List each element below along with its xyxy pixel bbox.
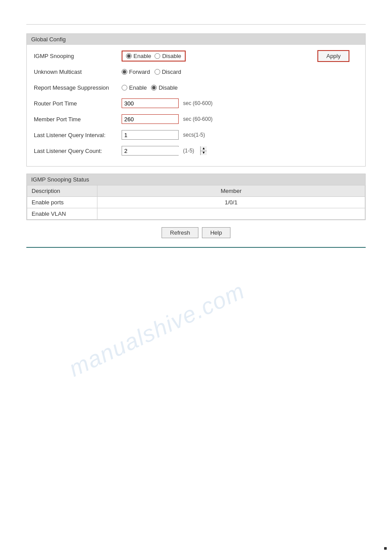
igmp-enable-label[interactable]: Enable bbox=[126, 53, 151, 59]
help-button[interactable]: Help bbox=[202, 227, 230, 238]
igmp-snooping-label: IGMP Snooping bbox=[34, 53, 122, 59]
igmp-disable-text: Disable bbox=[162, 53, 181, 59]
report-suppression-control: Enable Disable bbox=[122, 84, 178, 91]
unknown-multicast-radio-group: Forward Discard bbox=[122, 69, 181, 75]
spinner-up-button[interactable]: ▲ bbox=[201, 146, 207, 151]
dot-indicator bbox=[384, 547, 387, 550]
rms-enable-text: Enable bbox=[129, 84, 147, 91]
rms-enable-radio[interactable] bbox=[122, 85, 127, 91]
row-member-2 bbox=[97, 208, 365, 220]
member-port-time-row: Member Port Time sec (60-600) bbox=[34, 113, 317, 125]
report-suppression-label: Report Message Suppression bbox=[34, 84, 122, 91]
member-port-time-control: sec (60-600) bbox=[122, 114, 212, 124]
global-config-header: Global Config bbox=[27, 34, 365, 45]
row-member-1: 1/0/1 bbox=[97, 197, 365, 208]
router-port-time-label: Router Port Time bbox=[34, 100, 122, 107]
router-port-time-control: sec (60-600) bbox=[122, 98, 212, 108]
spinner-arrows: ▲ ▼ bbox=[200, 146, 207, 155]
discard-text: Discard bbox=[162, 69, 181, 75]
igmp-snooping-row: IGMP Snooping Enable Disable bbox=[34, 50, 317, 62]
global-config-section: Global Config IGMP Snooping Enable bbox=[26, 33, 366, 167]
action-buttons: Refresh Help bbox=[26, 227, 366, 238]
last-listener-query-interval-unit: secs(1-5) bbox=[183, 132, 205, 138]
rms-enable-label[interactable]: Enable bbox=[122, 84, 147, 91]
col-member: Member bbox=[97, 185, 365, 197]
igmp-snooping-radio-group: Enable Disable bbox=[122, 51, 186, 62]
bottom-divider bbox=[26, 247, 366, 248]
member-port-time-input[interactable] bbox=[122, 114, 179, 124]
router-port-time-row: Router Port Time sec (60-600) bbox=[34, 98, 317, 109]
discard-radio[interactable] bbox=[155, 69, 160, 75]
watermark: manualshive.com bbox=[65, 277, 249, 382]
apply-container: Apply bbox=[317, 50, 349, 62]
igmp-disable-label[interactable]: Disable bbox=[155, 53, 181, 59]
router-port-time-input[interactable] bbox=[122, 98, 179, 108]
igmp-status-table: Description Member Enable ports 1/0/1 En… bbox=[27, 185, 365, 220]
unknown-multicast-row: Unknown Multicast Forward Discard bbox=[34, 66, 317, 77]
spinner-down-button[interactable]: ▼ bbox=[201, 151, 207, 156]
igmp-status-title: IGMP Snooping Status bbox=[31, 176, 89, 183]
discard-label[interactable]: Discard bbox=[155, 69, 181, 75]
col-description: Description bbox=[27, 185, 97, 197]
last-listener-query-count-spinner: ▲ ▼ bbox=[122, 146, 179, 156]
rms-disable-text: Disable bbox=[158, 84, 177, 91]
member-port-time-label: Member Port Time bbox=[34, 116, 122, 123]
apply-button[interactable]: Apply bbox=[317, 50, 349, 62]
forward-radio[interactable] bbox=[122, 69, 127, 75]
igmp-enable-text: Enable bbox=[133, 53, 151, 59]
table-row: Enable VLAN bbox=[27, 208, 365, 220]
rms-disable-label[interactable]: Disable bbox=[151, 84, 177, 91]
igmp-status-section: IGMP Snooping Status Description Member … bbox=[26, 174, 366, 220]
forward-text: Forward bbox=[129, 69, 150, 75]
igmp-status-header-row: Description Member bbox=[27, 185, 365, 197]
igmp-disable-radio[interactable] bbox=[155, 53, 160, 59]
igmp-enable-radio[interactable] bbox=[126, 53, 132, 59]
last-listener-query-interval-control: secs(1-5) bbox=[122, 130, 205, 140]
forward-label[interactable]: Forward bbox=[122, 69, 150, 75]
last-listener-query-count-control: ▲ ▼ (1-5) bbox=[122, 146, 194, 156]
form-rows: IGMP Snooping Enable Disable bbox=[34, 50, 317, 161]
igmp-status-header: IGMP Snooping Status bbox=[27, 174, 365, 185]
last-listener-query-count-row: Last Listener Query Count: ▲ ▼ (1-5) bbox=[34, 145, 317, 156]
last-listener-query-interval-label: Last Listener Query Interval: bbox=[34, 132, 122, 138]
global-config-body: IGMP Snooping Enable Disable bbox=[27, 45, 365, 166]
last-listener-query-count-label: Last Listener Query Count: bbox=[34, 148, 122, 154]
report-suppression-row: Report Message Suppression Enable Disabl… bbox=[34, 82, 317, 93]
member-port-time-unit: sec (60-600) bbox=[183, 116, 212, 122]
report-suppression-radio-group: Enable Disable bbox=[122, 84, 178, 91]
last-listener-query-count-unit: (1-5) bbox=[183, 148, 194, 154]
table-row: Enable ports 1/0/1 bbox=[27, 197, 365, 208]
igmp-status-table-head: Description Member bbox=[27, 185, 365, 197]
last-listener-query-interval-input[interactable] bbox=[122, 130, 179, 140]
igmp-status-body: Description Member Enable ports 1/0/1 En… bbox=[27, 185, 365, 220]
unknown-multicast-control: Forward Discard bbox=[122, 69, 181, 75]
rms-disable-radio[interactable] bbox=[151, 85, 157, 91]
global-config-title: Global Config bbox=[31, 36, 66, 43]
refresh-button[interactable]: Refresh bbox=[162, 227, 198, 238]
igmp-status-table-body: Enable ports 1/0/1 Enable VLAN bbox=[27, 197, 365, 220]
unknown-multicast-label: Unknown Multicast bbox=[34, 69, 122, 75]
form-area: IGMP Snooping Enable Disable bbox=[34, 50, 358, 161]
igmp-snooping-control: Enable Disable bbox=[122, 51, 186, 62]
router-port-time-unit: sec (60-600) bbox=[183, 100, 212, 106]
row-description-2: Enable VLAN bbox=[27, 208, 97, 220]
last-listener-query-interval-row: Last Listener Query Interval: secs(1-5) bbox=[34, 129, 317, 141]
row-description-1: Enable ports bbox=[27, 197, 97, 208]
